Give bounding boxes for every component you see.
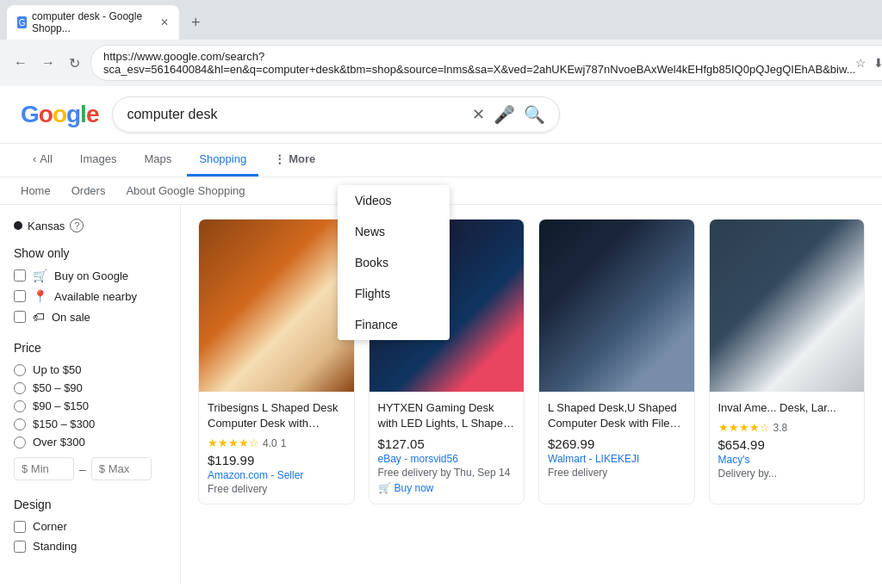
filter-available-nearby-checkbox[interactable]: [14, 290, 26, 302]
product-photo-3: [710, 220, 865, 392]
price-90-150[interactable]: $90 – $150: [14, 399, 166, 412]
download-icon[interactable]: ⬇: [873, 56, 882, 70]
product-price-1: $127.05: [378, 436, 516, 451]
price-150-300-label: $150 – $300: [33, 418, 95, 430]
product-stars-0: ★★★★☆: [208, 436, 259, 449]
logo-l: l: [80, 101, 86, 127]
refresh-button[interactable]: ↻: [65, 52, 84, 75]
price-over-300[interactable]: Over $300: [14, 436, 166, 449]
price-section: Price Up to $50 $50 – $90 $90 – $150 $15…: [14, 341, 166, 480]
product-rating-0: ★★★★☆ 4.0 1: [208, 436, 345, 449]
product-rating-score-3: 3.8: [773, 422, 788, 434]
filter-corner-checkbox[interactable]: [14, 521, 26, 533]
tab-more[interactable]: ⋮ More: [262, 144, 327, 176]
price-radio-up-to-50[interactable]: [14, 364, 26, 376]
tab-shopping[interactable]: Shopping: [187, 144, 258, 176]
tab-maps[interactable]: Maps: [132, 144, 183, 176]
dropdown-item-books[interactable]: Books: [338, 247, 450, 278]
new-tab-button[interactable]: +: [186, 12, 206, 34]
price-radio-90-150[interactable]: [14, 400, 26, 412]
price-150-300[interactable]: $150 – $300: [14, 418, 166, 430]
product-card-0[interactable]: Tribesigns L Shaped Desk Computer Desk w…: [198, 219, 355, 504]
price-radio-over-300[interactable]: [14, 436, 26, 449]
product-delivery-1: Free delivery by Thu, Sep 14: [378, 467, 516, 479]
product-price-0: $119.99: [208, 453, 345, 467]
address-bar[interactable]: https://www.google.com/search?sca_esv=56…: [90, 45, 882, 81]
price-radio-50-90[interactable]: [14, 382, 26, 394]
location-help-button[interactable]: ?: [70, 219, 84, 232]
price-50-90[interactable]: $50 – $90: [14, 381, 166, 394]
sub-nav-about[interactable]: About Google Shopping: [126, 184, 245, 197]
more-dots-icon: ⋮: [274, 152, 285, 165]
tab-shopping-label: Shopping: [199, 152, 246, 165]
filter-buy-on-google[interactable]: 🛒 Buy on Google: [14, 269, 166, 282]
buy-now-label: Buy now: [394, 482, 434, 494]
dropdown-item-news[interactable]: News: [338, 216, 450, 247]
filter-corner[interactable]: Corner: [14, 520, 166, 533]
back-button[interactable]: ←: [10, 52, 31, 74]
dropdown-item-flights[interactable]: Flights: [338, 278, 450, 309]
buy-icon: 🛒: [378, 482, 391, 494]
product-title-3: Inval Ame... Desk, Lar...: [718, 400, 856, 416]
sub-nav-orders[interactable]: Orders: [71, 184, 106, 197]
product-delivery-0: Free delivery: [208, 483, 345, 495]
logo-o2: o: [53, 101, 66, 127]
price-over-300-label: Over $300: [33, 436, 85, 449]
price-custom-range: –: [14, 457, 166, 480]
url-text: https://www.google.com/search?sca_esv=56…: [103, 50, 855, 76]
dropdown-item-finance[interactable]: Finance: [338, 309, 450, 340]
price-up-to-50[interactable]: Up to $50: [14, 363, 166, 376]
bookmark-icon[interactable]: ☆: [855, 56, 866, 70]
show-only-section: Show only 🛒 Buy on Google 📍 Available ne…: [14, 246, 166, 324]
search-submit-button[interactable]: 🔍: [524, 104, 545, 125]
product-image-3: [710, 220, 865, 392]
location-dot-icon: [14, 221, 22, 230]
filter-standing[interactable]: Standing: [14, 540, 166, 553]
tab-images[interactable]: Images: [68, 144, 129, 176]
product-card-2[interactable]: L Shaped Desk,U Shaped Computer Desk wit…: [538, 219, 695, 504]
product-seller-0: Amazon.com - Seller: [208, 469, 345, 481]
browser-chrome: G computer desk - Google Shopp... ✕ +: [0, 0, 882, 40]
search-box: computer desk ✕ 🎤 🔍: [112, 96, 560, 133]
logo-g: G: [21, 101, 39, 127]
price-radio-150-300[interactable]: [14, 418, 26, 430]
search-input[interactable]: computer desk: [127, 107, 463, 122]
product-seller-2: Walmart - LIKEKEJI: [548, 453, 686, 465]
price-min-input[interactable]: [14, 457, 74, 480]
product-title-2: L Shaped Desk,U Shaped Computer Desk wit…: [548, 400, 686, 431]
browser-tab[interactable]: G computer desk - Google Shopp... ✕: [7, 5, 179, 40]
filter-buy-on-google-checkbox[interactable]: [14, 269, 26, 282]
dropdown-item-videos[interactable]: Videos: [338, 185, 450, 216]
product-info-0: Tribesigns L Shaped Desk Computer Desk w…: [199, 392, 354, 504]
more-dropdown: Videos News Books Flights Finance: [338, 185, 450, 340]
product-info-3: Inval Ame... Desk, Lar... ★★★★☆ 3.8 $654…: [710, 392, 865, 488]
filter-available-nearby[interactable]: 📍 Available nearby: [14, 289, 166, 303]
price-max-input[interactable]: [91, 457, 152, 480]
google-header: Google computer desk ✕ 🎤 🔍: [0, 86, 882, 144]
sidebar: Kansas ? Show only 🛒 Buy on Google 📍 Ava…: [0, 205, 181, 584]
logo-o1: o: [39, 101, 53, 127]
search-clear-button[interactable]: ✕: [472, 105, 485, 124]
filter-on-sale-checkbox[interactable]: [14, 311, 26, 323]
design-section: Design Corner Standing: [14, 498, 166, 553]
search-mic-button[interactable]: 🎤: [494, 104, 515, 125]
tag-icon: 🏷: [33, 310, 45, 324]
products-grid: Tribesigns L Shaped Desk Computer Desk w…: [198, 219, 865, 504]
tab-all-arrow: ‹: [33, 152, 36, 165]
cart-icon: 🛒: [33, 269, 47, 282]
filter-standing-checkbox[interactable]: [14, 541, 26, 553]
address-bar-row: ← → ↻ https://www.google.com/search?sca_…: [0, 40, 882, 86]
product-delivery-3: Delivery by...: [718, 467, 856, 480]
sub-nav-home[interactable]: Home: [21, 184, 51, 197]
filter-on-sale[interactable]: 🏷 On sale: [14, 310, 166, 324]
filter-available-nearby-label: Available nearby: [54, 290, 137, 303]
buy-now-button-1[interactable]: 🛒 Buy now: [378, 482, 516, 494]
product-delivery-2: Free delivery: [548, 467, 686, 479]
google-logo: Google: [21, 101, 98, 128]
tab-all[interactable]: ‹ All: [21, 144, 65, 176]
product-price-2: $269.99: [548, 436, 686, 451]
tab-close-button[interactable]: ✕: [160, 16, 169, 28]
forward-button[interactable]: →: [38, 52, 59, 74]
price-50-90-label: $50 – $90: [33, 381, 83, 394]
product-card-3[interactable]: Inval Ame... Desk, Lar... ★★★★☆ 3.8 $654…: [709, 219, 866, 504]
